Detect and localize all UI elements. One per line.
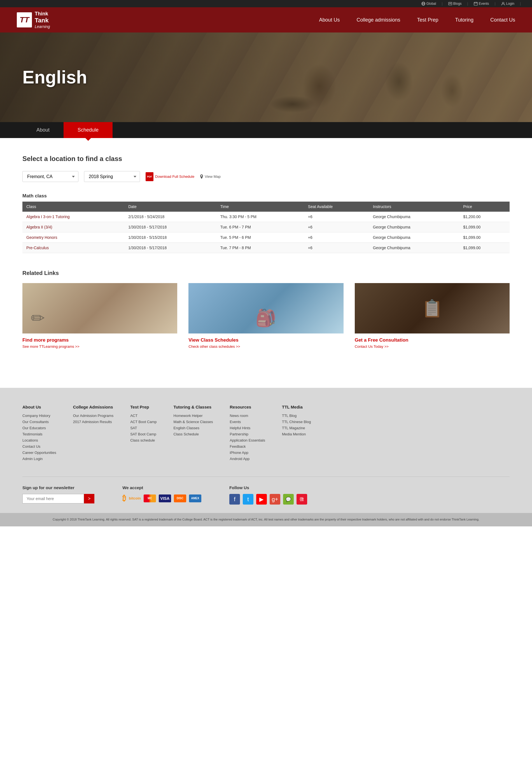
find-programs-sub[interactable]: See more TTLearning programs >> <box>22 344 80 348</box>
globe-icon <box>421 2 425 6</box>
global-link[interactable]: Global <box>421 2 436 6</box>
class-name[interactable]: Pre-Calculus <box>22 243 124 253</box>
weibo-link[interactable]: 微 <box>297 494 307 505</box>
footer-link[interactable]: Testimonials <box>22 432 43 436</box>
footer-link[interactable]: Locations <box>22 438 38 442</box>
footer-link[interactable]: Our Admission Programs <box>73 414 114 418</box>
footer-link[interactable]: Company History <box>22 414 50 418</box>
nav-about-us[interactable]: About Us <box>319 17 340 23</box>
view-schedules-sub[interactable]: Check other class schedules >> <box>189 344 240 348</box>
footer-link[interactable]: Events <box>230 420 241 424</box>
footer-link[interactable]: 2017 Admission Results <box>73 420 112 424</box>
class-date: 2/1/2018 - 5/24/2018 <box>124 212 217 222</box>
newsletter-input[interactable] <box>22 494 84 503</box>
tab-schedule[interactable]: Schedule <box>63 122 113 138</box>
footer-link[interactable]: iPhone App <box>230 450 249 455</box>
footer-link[interactable]: Class schedule <box>130 438 155 442</box>
find-programs-link[interactable]: Find more programs <box>22 337 177 343</box>
list-item: Partnership <box>230 432 265 436</box>
footer-link[interactable]: English Classes <box>174 426 200 430</box>
nav-tutoring[interactable]: Tutoring <box>455 17 474 23</box>
footer-col-heading: Resources <box>230 404 265 409</box>
download-schedule-link[interactable]: PDF Download Full Schedule <box>146 172 194 181</box>
hero-section: English <box>0 32 532 122</box>
footer-link[interactable]: Application Essentials <box>230 438 265 442</box>
footer-link[interactable]: News room <box>230 414 248 418</box>
nav-contact-us[interactable]: Contact Us <box>490 17 515 23</box>
card-image-writing <box>22 283 177 334</box>
footer-link[interactable]: Partnership <box>230 432 248 436</box>
class-date: 1/30/2018 - 5/17/2018 <box>124 243 217 253</box>
wechat-link[interactable]: 💬 <box>283 494 294 505</box>
table-row: Algebra I 3-on-1 Tutoring 2/1/2018 - 5/2… <box>22 212 510 222</box>
class-date: 1/30/2018 - 5/15/2018 <box>124 232 217 243</box>
list-item: TTL Blog <box>282 413 311 418</box>
footer-columns: About UsCompany HistoryOur ConsultantsOu… <box>22 404 510 463</box>
view-map-link[interactable]: View Map <box>200 174 221 179</box>
footer-link[interactable]: TTL Chinese Blog <box>282 420 311 424</box>
nav-college-admissions[interactable]: College admissions <box>357 17 400 23</box>
class-name[interactable]: Algebra I 3-on-1 Tutoring <box>22 212 124 222</box>
footer-link[interactable]: Class Schedule <box>174 432 199 436</box>
class-date: 1/30/2018 - 5/17/2018 <box>124 222 217 232</box>
main-nav: About Us College admissions Test Prep Tu… <box>319 17 515 23</box>
footer-link[interactable]: Feedback <box>230 444 246 449</box>
main-content: Select a location to find a class Fremon… <box>0 138 532 365</box>
events-link[interactable]: Events <box>474 2 489 6</box>
footer-link[interactable]: ACT Boot Camp <box>130 420 157 424</box>
footer-link[interactable]: ACT <box>130 414 138 418</box>
footer-link[interactable]: SAT <box>130 426 137 430</box>
season-select[interactable]: 2018 Spring 2017 Fall 2018 Summer <box>84 171 140 182</box>
list-item: 2017 Admission Results <box>73 419 114 424</box>
logo[interactable]: TT Think Tank Learning <box>17 11 50 29</box>
consultation-link[interactable]: Get a Free Consultation <box>355 337 510 343</box>
footer-link[interactable]: Contact Us <box>22 444 40 449</box>
footer-link[interactable]: Admin Login <box>22 457 43 461</box>
footer-link[interactable]: Our Educators <box>22 426 46 430</box>
col-time: Time <box>217 202 304 212</box>
class-name[interactable]: Algebra II (3/4) <box>22 222 124 232</box>
footer-link[interactable]: Media Mention <box>282 432 306 436</box>
location-select[interactable]: Fremont, CA San Jose, CA Palo Alto, CA <box>22 171 78 182</box>
nav-test-prep[interactable]: Test Prep <box>417 17 439 23</box>
social-icons: f t ▶ g+ 💬 微 <box>229 494 307 505</box>
footer-link[interactable]: Math & Science Classes <box>174 420 213 424</box>
newsletter-heading: Sign up for our newsletter <box>22 485 94 490</box>
list-item: Our Educators <box>22 426 56 430</box>
facebook-link[interactable]: f <box>229 494 240 505</box>
footer-link[interactable]: Homework Helper <box>174 414 203 418</box>
googleplus-link[interactable]: g+ <box>270 494 280 505</box>
social-heading: Follow Us <box>229 485 307 490</box>
footer-link[interactable]: Android App <box>230 457 250 461</box>
list-item: Testimonials <box>22 432 56 436</box>
visa-icon: VISA <box>159 495 171 502</box>
tab-about[interactable]: About <box>22 122 63 138</box>
class-name[interactable]: Geometry Honors <box>22 232 124 243</box>
blogs-link[interactable]: Blogs <box>448 2 462 6</box>
footer-link[interactable]: Our Consultants <box>22 420 49 424</box>
footer-column: College AdmissionsOur Admission Programs… <box>73 404 114 463</box>
youtube-link[interactable]: ▶ <box>256 494 267 505</box>
newsletter-submit[interactable]: > <box>84 494 94 503</box>
social-section: Follow Us f t ▶ g+ 💬 微 <box>229 485 307 505</box>
footer-link[interactable]: Career Opportunities <box>22 450 56 455</box>
filters-row: Fremont, CA San Jose, CA Palo Alto, CA 2… <box>22 171 510 182</box>
col-price: Price <box>459 202 510 212</box>
list-item: SAT Boot Camp <box>130 432 157 436</box>
footer-link[interactable]: TTL Magazine <box>282 426 305 430</box>
footer-link[interactable]: TTL Blog <box>282 414 297 418</box>
twitter-link[interactable]: t <box>243 494 253 505</box>
footer: About UsCompany HistoryOur ConsultantsOu… <box>0 388 532 513</box>
class-seats: +6 <box>304 222 369 232</box>
math-section-title: Math class <box>22 193 510 199</box>
svg-rect-6 <box>474 2 477 5</box>
footer-link[interactable]: SAT Boot Camp <box>130 432 156 436</box>
list-item: Admin Login <box>22 456 56 461</box>
consultation-sub[interactable]: Contact Us Today >> <box>355 344 389 348</box>
footer-link[interactable]: Helpful Hints <box>230 426 251 430</box>
tab-navigation: About Schedule <box>0 122 532 138</box>
view-schedules-link[interactable]: View Class Schedules <box>189 337 343 343</box>
login-link[interactable]: Login <box>501 2 514 6</box>
bitcoin-icon: ₿ <box>122 494 126 503</box>
related-card-schedules: View Class Schedules Check other class s… <box>189 283 343 348</box>
